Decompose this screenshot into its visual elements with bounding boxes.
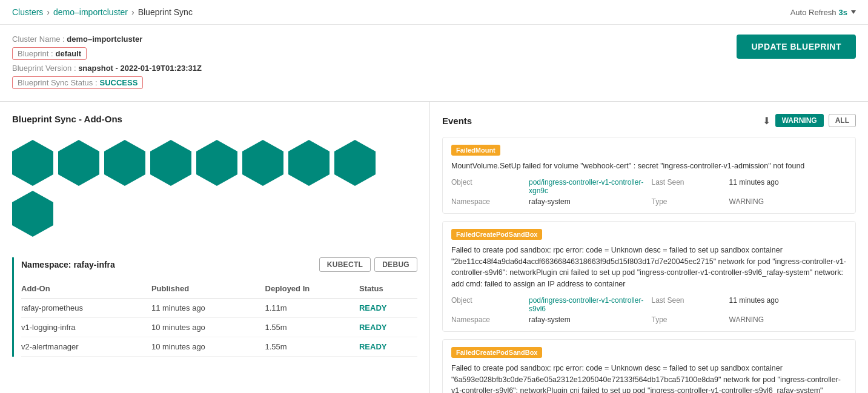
- event-badge: FailedCreatePodSandBox: [451, 347, 542, 358]
- col-deployed-in: Deployed In: [265, 279, 359, 299]
- namespace-label: Namespace: [451, 315, 524, 324]
- namespace-btn-group: KUBECTL DEBUG: [319, 257, 417, 272]
- sync-status-row: Blueprint Sync Status : SUCCESS: [12, 76, 143, 89]
- blueprint-version-value: snapshot - 2022-01-19T01:23:31Z: [78, 64, 202, 73]
- addon-published: 11 minutes ago: [151, 299, 265, 318]
- addon-status: READY: [359, 337, 417, 357]
- breadcrumb-cluster-name[interactable]: demo–importcluster: [53, 7, 128, 17]
- col-status: Status: [359, 279, 417, 299]
- event-message: Failed to create pod sandbox: rpc error:…: [451, 245, 847, 290]
- breadcrumb-bar: Clusters › demo–importcluster › Blueprin…: [0, 0, 868, 25]
- type-value: WARNING: [729, 315, 847, 324]
- update-blueprint-button[interactable]: UPDATE BLUEPRINT: [737, 35, 856, 59]
- blueprint-label: Blueprint :: [18, 49, 53, 58]
- info-fields: Cluster Name : demo–importcluster Bluepr…: [12, 35, 202, 89]
- event-message: Failed to create pod sandbox: rpc error:…: [451, 363, 847, 393]
- hex-shape-1: [12, 151, 53, 174]
- event-meta-grid: Object pod/ingress-controller-v1-control…: [451, 178, 847, 206]
- last-seen-value: 11 minutes ago: [729, 178, 847, 195]
- addon-published: 10 minutes ago: [151, 318, 265, 337]
- blueprint-version-row: Blueprint Version : snapshot - 2022-01-1…: [12, 64, 202, 73]
- namespace-title: Namespace: rafay-infra: [21, 260, 115, 269]
- left-panel: Blueprint Sync - Add-Ons Namespace: rafa…: [0, 102, 430, 393]
- namespace-label: Namespace: [451, 197, 524, 206]
- hex-3: [104, 140, 145, 186]
- sync-status-label: Blueprint Sync Status :: [18, 78, 98, 87]
- object-label: Object: [451, 296, 524, 313]
- event-card: FailedCreatePodSandBox Failed to create …: [442, 339, 856, 393]
- events-header: Events ⬇ WARNING ALL: [442, 114, 856, 127]
- namespace-header: Namespace: rafay-infra KUBECTL DEBUG: [21, 257, 417, 272]
- object-value: pod/ingress-controller-v1-controller-xgn…: [529, 178, 647, 195]
- breadcrumb-sep2: ›: [131, 7, 134, 17]
- event-message: MountVolume.SetUp failed for volume "web…: [451, 160, 847, 172]
- hex-shape-4: [150, 151, 191, 174]
- last-seen-label: Last Seen: [652, 296, 724, 313]
- hex-shape-8: [334, 151, 376, 174]
- hex-9: [12, 191, 53, 237]
- download-icon[interactable]: ⬇: [763, 115, 770, 127]
- namespace-value: rafay-system: [529, 197, 647, 206]
- col-published: Published: [151, 279, 265, 299]
- hex-4: [150, 140, 191, 186]
- namespace-section: Namespace: rafay-infra KUBECTL DEBUG Add…: [12, 257, 417, 357]
- blueprint-value: default: [56, 49, 82, 58]
- breadcrumb-clusters[interactable]: Clusters: [12, 7, 43, 17]
- main-content: Blueprint Sync - Add-Ons Namespace: rafa…: [0, 102, 868, 393]
- breadcrumb-current: Blueprint Sync: [138, 7, 193, 17]
- filter-warning-button[interactable]: WARNING: [775, 114, 824, 127]
- right-panel: Events ⬇ WARNING ALL FailedMount MountVo…: [430, 102, 868, 393]
- table-row: v1-logging-infra 10 minutes ago 1.55m RE…: [21, 318, 417, 337]
- addon-deployed-in: 1.55m: [265, 337, 359, 357]
- hex-1: [12, 140, 53, 186]
- event-card: FailedMount MountVolume.SetUp failed for…: [442, 137, 856, 214]
- event-badge: FailedMount: [451, 145, 500, 156]
- object-value: pod/ingress-controller-v1-controller-s9v…: [529, 296, 647, 313]
- addon-status: READY: [359, 299, 417, 318]
- last-seen-label: Last Seen: [652, 178, 724, 195]
- chevron-down-icon: [851, 10, 856, 14]
- cluster-name-row: Cluster Name : demo–importcluster: [12, 35, 202, 44]
- events-title: Events: [442, 116, 472, 126]
- hex-shape-6: [242, 151, 283, 174]
- object-label: Object: [451, 178, 524, 195]
- addon-name: v2-alertmanager: [21, 337, 151, 357]
- left-panel-title: Blueprint Sync - Add-Ons: [12, 114, 417, 124]
- auto-refresh-value: 3s: [839, 8, 847, 17]
- debug-button[interactable]: DEBUG: [374, 257, 417, 272]
- col-addon: Add-On: [21, 279, 151, 299]
- filter-all-button[interactable]: ALL: [829, 114, 856, 127]
- auto-refresh-control[interactable]: Auto Refresh 3s: [790, 8, 856, 17]
- blueprint-version-label: Blueprint Version :: [12, 64, 76, 73]
- namespace-value: rafay-system: [529, 315, 647, 324]
- addon-table: Add-On Published Deployed In Status rafa…: [21, 279, 417, 357]
- addon-name: v1-logging-infra: [21, 318, 151, 337]
- hex-shape-3: [104, 151, 145, 174]
- hex-shape-5: [196, 151, 237, 174]
- hex-shape-7: [288, 151, 330, 174]
- cluster-name-value: demo–importcluster: [67, 35, 142, 44]
- sync-status-value: SUCCESS: [100, 78, 138, 87]
- hex-7: [288, 140, 330, 186]
- hex-8: [334, 140, 376, 186]
- blueprint-row: Blueprint : default: [12, 47, 87, 60]
- event-card: FailedCreatePodSandBox Failed to create …: [442, 221, 856, 332]
- addon-deployed-in: 1.11m: [265, 299, 359, 318]
- table-row: v2-alertmanager 10 minutes ago 1.55m REA…: [21, 337, 417, 357]
- addon-name: rafay-prometheus: [21, 299, 151, 318]
- addon-status: READY: [359, 318, 417, 337]
- hex-2: [58, 140, 99, 186]
- addon-deployed-in: 1.55m: [265, 318, 359, 337]
- hex-5: [196, 140, 237, 186]
- table-row: rafay-prometheus 11 minutes ago 1.11m RE…: [21, 299, 417, 318]
- hex-shape-2: [58, 151, 99, 174]
- events-container: FailedMount MountVolume.SetUp failed for…: [442, 137, 856, 393]
- type-label: Type: [652, 315, 724, 324]
- last-seen-value: 11 minutes ago: [729, 296, 847, 313]
- kubectl-button[interactable]: KUBECTL: [319, 257, 371, 272]
- info-section: Cluster Name : demo–importcluster Bluepr…: [0, 25, 868, 102]
- cluster-name-label: Cluster Name :: [12, 35, 65, 44]
- hex-shape-9: [12, 202, 53, 225]
- event-meta-grid: Object pod/ingress-controller-v1-control…: [451, 296, 847, 324]
- event-badge: FailedCreatePodSandBox: [451, 229, 542, 240]
